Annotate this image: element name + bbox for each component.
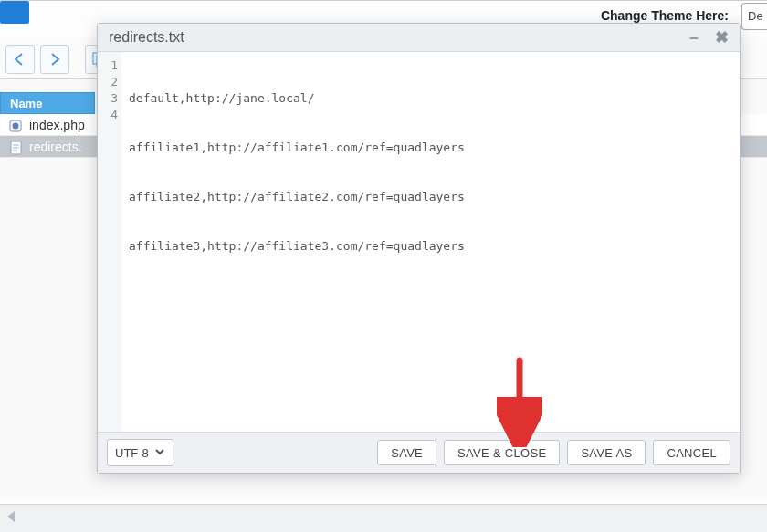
line-number: 1 bbox=[98, 57, 118, 74]
encoding-select[interactable]: UTF-8 bbox=[107, 439, 173, 466]
text-file-icon bbox=[9, 140, 24, 154]
column-header-name-text: Name bbox=[10, 97, 42, 110]
chevron-down-icon bbox=[154, 446, 165, 460]
editor-dialog: redirects.txt – ✖ 1 2 3 4 default,http:/… bbox=[97, 23, 741, 474]
code-line: default,http://jane.local/ bbox=[129, 90, 732, 107]
toolbar-back-button[interactable] bbox=[5, 45, 35, 74]
theme-select-button[interactable]: De bbox=[741, 3, 767, 30]
php-file-icon bbox=[9, 118, 24, 132]
save-as-button[interactable]: SAVE AS bbox=[567, 440, 646, 465]
toolbar-forward-button[interactable] bbox=[40, 45, 69, 74]
line-number: 3 bbox=[98, 90, 118, 107]
line-number: 2 bbox=[98, 74, 118, 90]
code-area[interactable]: default,http://jane.local/ affiliate1,ht… bbox=[121, 52, 740, 432]
dialog-title-text: redirects.txt bbox=[109, 24, 184, 51]
code-line: affiliate3,http://affiliate3.com/ref=qua… bbox=[129, 238, 732, 255]
change-theme-label: Change Theme Here: bbox=[601, 8, 729, 23]
column-header-name[interactable]: Name bbox=[0, 92, 95, 114]
partial-toolbar-button[interactable] bbox=[0, 1, 29, 24]
encoding-value: UTF-8 bbox=[115, 446, 149, 460]
arrow-left-icon bbox=[11, 50, 29, 68]
horizontal-scrollbar[interactable] bbox=[0, 504, 767, 532]
file-name: redirects. bbox=[29, 136, 82, 158]
close-icon[interactable]: ✖ bbox=[714, 30, 729, 45]
svg-point-5 bbox=[13, 122, 19, 129]
dialog-footer: UTF-8 SAVE SAVE & CLOSE SAVE AS CANCEL bbox=[98, 432, 740, 473]
code-line: affiliate1,http://affiliate1.com/ref=qua… bbox=[129, 140, 732, 156]
arrow-right-icon bbox=[46, 50, 64, 68]
line-gutter: 1 2 3 4 bbox=[98, 52, 121, 432]
dialog-titlebar[interactable]: redirects.txt – ✖ bbox=[98, 24, 740, 52]
code-line: affiliate2,http://affiliate2.com/ref=qua… bbox=[129, 189, 732, 205]
theme-select-text: De bbox=[748, 9, 763, 23]
cancel-button[interactable]: CANCEL bbox=[653, 440, 730, 465]
file-name: index.php bbox=[29, 114, 85, 136]
save-and-close-button[interactable]: SAVE & CLOSE bbox=[444, 440, 560, 465]
minimize-icon[interactable]: – bbox=[687, 30, 701, 45]
code-editor[interactable]: 1 2 3 4 default,http://jane.local/ affil… bbox=[98, 52, 740, 432]
save-button[interactable]: SAVE bbox=[377, 440, 436, 465]
scroll-left-icon bbox=[7, 511, 15, 522]
line-number: 4 bbox=[98, 107, 118, 123]
